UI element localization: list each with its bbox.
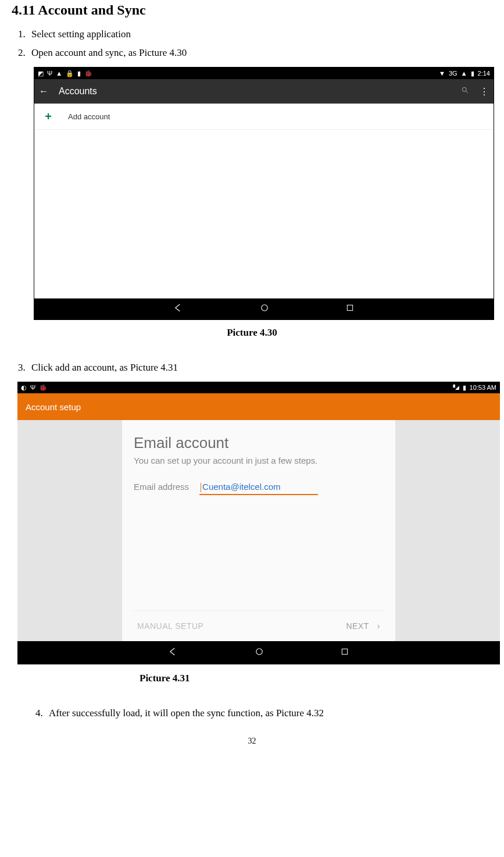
page-number: 32 <box>12 737 492 746</box>
nav-home-icon[interactable] <box>259 303 270 315</box>
screenshot-email-setup: ◐ Ψ 🐞 ▝◢ ▮ 10:53 AM Account setup Email … <box>17 382 500 664</box>
left-gutter <box>17 420 122 641</box>
list-item: After successfully load, it will open th… <box>45 707 492 719</box>
overflow-icon[interactable]: ⋮ <box>480 86 489 97</box>
page-title: Account setup <box>26 402 81 412</box>
page-title: Accounts <box>59 86 97 97</box>
card-heading: Email account <box>134 434 384 452</box>
svg-point-0 <box>462 87 466 91</box>
step-list-c: After successfully load, it will open th… <box>45 707 492 719</box>
step-list-b: Click add an account, as Picture 4.31 <box>28 362 492 374</box>
debug-icon: 🐞 <box>39 384 47 392</box>
email-field-label: Email address <box>134 482 189 492</box>
plus-icon: + <box>44 110 53 123</box>
svg-line-1 <box>466 91 468 93</box>
status-bar: ◐ Ψ 🐞 ▝◢ ▮ 10:53 AM <box>17 382 500 393</box>
figure-caption: Picture 4.31 <box>140 673 492 684</box>
screenshot-icon: ◩ <box>38 70 44 77</box>
network-label: 3G <box>449 70 457 77</box>
app-icon: ▮ <box>77 70 81 77</box>
setup-card: Email account You can set up your accoun… <box>122 420 395 641</box>
chevron-right-icon: › <box>377 621 380 631</box>
svg-rect-3 <box>347 305 352 310</box>
nav-back-icon[interactable] <box>173 303 184 315</box>
nav-recent-icon[interactable] <box>345 303 355 315</box>
chrome-icon: ◐ <box>21 384 27 392</box>
document-page: 4.11 Account and Sync Select setting app… <box>0 2 504 769</box>
warning-icon: ▲ <box>56 70 62 77</box>
step-list-a: Select setting application Open account … <box>28 29 492 59</box>
navigation-bar <box>17 641 500 664</box>
list-item: Click add an account, as Picture 4.31 <box>28 362 492 374</box>
nav-back-icon[interactable] <box>168 646 178 659</box>
list-item: Open account and sync, as Picture 4.30 <box>28 47 492 59</box>
list-item: Select setting application <box>28 29 492 40</box>
clock: 2:14 <box>478 70 490 77</box>
battery-icon: ▮ <box>463 384 466 392</box>
usb-icon: Ψ <box>47 70 52 77</box>
add-account-label: Add account <box>68 112 110 121</box>
section-heading: 4.11 Account and Sync <box>12 2 492 18</box>
add-account-row[interactable]: + Add account <box>34 104 494 130</box>
wifi-icon: ▼ <box>439 70 445 77</box>
signal-icon: ▲ <box>461 70 467 77</box>
app-bar: Account setup <box>17 393 500 420</box>
signal-icon: ▝◢ <box>451 385 459 390</box>
app-bar: ← Accounts ⋮ <box>34 79 494 104</box>
email-field[interactable]: Cuenta@itelcel.com <box>199 482 318 495</box>
figure-caption: Picture 4.30 <box>12 327 492 339</box>
clock: 10:53 AM <box>470 384 496 391</box>
nav-home-icon[interactable] <box>254 646 264 659</box>
email-field-value: Cuenta@itelcel.com <box>202 482 280 492</box>
right-gutter <box>395 420 500 641</box>
svg-point-4 <box>256 649 263 655</box>
screenshot-accounts: ◩ Ψ ▲ 🔒 ▮ 🐞 ▼ 3G ▲ ▮ 2:14 ← Accounts <box>34 67 494 320</box>
back-icon[interactable]: ← <box>39 86 48 97</box>
status-bar: ◩ Ψ ▲ 🔒 ▮ 🐞 ▼ 3G ▲ ▮ 2:14 <box>34 67 494 79</box>
next-label: NEXT <box>346 621 369 631</box>
empty-area <box>34 130 494 298</box>
next-button[interactable]: NEXT › <box>346 621 380 631</box>
navigation-bar <box>34 298 494 319</box>
nav-recent-icon[interactable] <box>340 647 349 659</box>
svg-point-2 <box>262 305 268 311</box>
svg-rect-5 <box>342 649 347 654</box>
debug-icon: 🐞 <box>84 70 92 77</box>
manual-setup-button[interactable]: MANUAL SETUP <box>137 621 203 631</box>
search-icon[interactable] <box>461 86 469 97</box>
lock-icon: 🔒 <box>66 70 74 77</box>
usb-icon: Ψ <box>30 384 35 392</box>
battery-icon: ▮ <box>471 70 474 77</box>
card-subtext: You can set up your account in just a fe… <box>134 456 384 465</box>
